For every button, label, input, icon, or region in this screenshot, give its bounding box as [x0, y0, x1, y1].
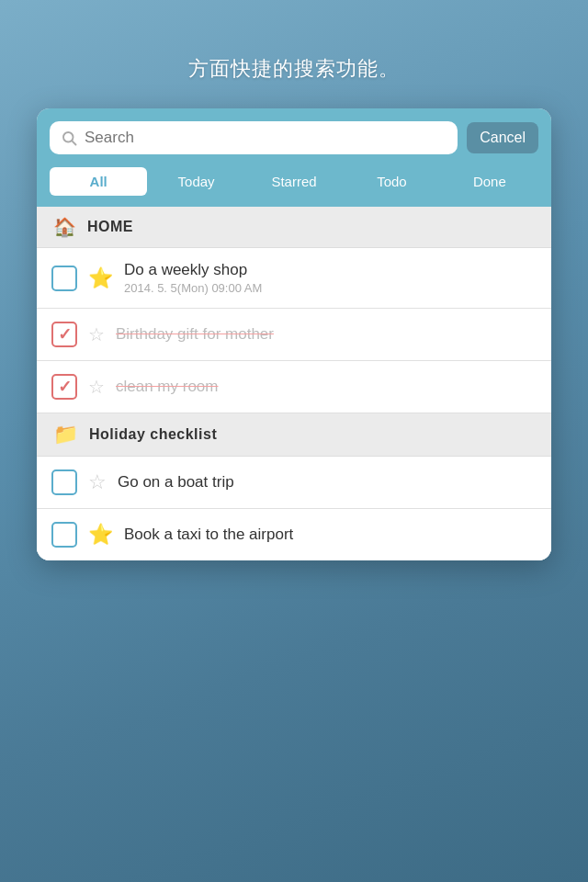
- item3-text: clean my room: [116, 378, 537, 396]
- list-item: ☆ clean my room: [37, 361, 551, 413]
- svg-line-1: [72, 141, 75, 144]
- tab-today[interactable]: Today: [147, 167, 244, 196]
- tab-starred[interactable]: Starred: [245, 167, 343, 196]
- section-header-holiday: 📁 Holiday checklist: [37, 413, 551, 457]
- tab-all[interactable]: All: [50, 167, 147, 196]
- checkbox-item5[interactable]: [51, 522, 77, 548]
- tab-todo[interactable]: Todo: [343, 167, 440, 196]
- item1-text: Do a weekly shop 2014. 5. 5(Mon) 09:00 A…: [124, 261, 537, 295]
- item5-title: Book a taxi to the airport: [124, 526, 537, 544]
- item3-title: clean my room: [116, 378, 537, 396]
- star-item4[interactable]: ☆: [88, 470, 107, 494]
- checkbox-item4[interactable]: [51, 469, 77, 495]
- star-item1[interactable]: ⭐: [88, 266, 113, 290]
- filter-tabs: All Today Starred Todo Done: [37, 167, 551, 207]
- search-input-wrapper[interactable]: [50, 121, 458, 154]
- holiday-section-title: Holiday checklist: [89, 426, 217, 443]
- star-item5[interactable]: ⭐: [88, 523, 113, 547]
- star-item3[interactable]: ☆: [88, 376, 105, 398]
- search-bar: Cancel: [37, 108, 551, 167]
- cancel-button[interactable]: Cancel: [467, 122, 538, 153]
- star-item2[interactable]: ☆: [88, 323, 105, 345]
- main-card: Cancel All Today Starred Todo Done 🏠 HOM…: [37, 108, 551, 560]
- item1-title: Do a weekly shop: [124, 261, 537, 279]
- holiday-section-icon: 📁: [53, 423, 78, 447]
- home-section-title: HOME: [87, 219, 133, 235]
- search-icon: [61, 130, 77, 146]
- list-item: ⭐ Do a weekly shop 2014. 5. 5(Mon) 09:00…: [37, 248, 551, 309]
- list-item: ☆ Birthday gift for mother: [37, 309, 551, 361]
- item2-text: Birthday gift for mother: [116, 325, 537, 344]
- page-headline: 方面快捷的搜索功能。: [188, 55, 400, 83]
- checkbox-item2[interactable]: [51, 322, 77, 347]
- section-header-home: 🏠 HOME: [37, 207, 551, 248]
- item4-text: Go on a boat trip: [118, 473, 537, 492]
- home-section-icon: 🏠: [53, 216, 76, 238]
- item1-subtitle: 2014. 5. 5(Mon) 09:00 AM: [124, 281, 537, 295]
- item5-text: Book a taxi to the airport: [124, 526, 537, 544]
- item2-title: Birthday gift for mother: [116, 325, 537, 344]
- list-item: ⭐ Book a taxi to the airport: [37, 509, 551, 560]
- checkbox-item1[interactable]: [51, 266, 77, 291]
- tab-done[interactable]: Done: [441, 167, 538, 196]
- search-input[interactable]: [85, 129, 447, 147]
- list-body: 🏠 HOME ⭐ Do a weekly shop 2014. 5. 5(Mon…: [37, 207, 551, 560]
- list-item: ☆ Go on a boat trip: [37, 457, 551, 509]
- item4-title: Go on a boat trip: [118, 473, 537, 492]
- checkbox-item3[interactable]: [51, 374, 77, 400]
